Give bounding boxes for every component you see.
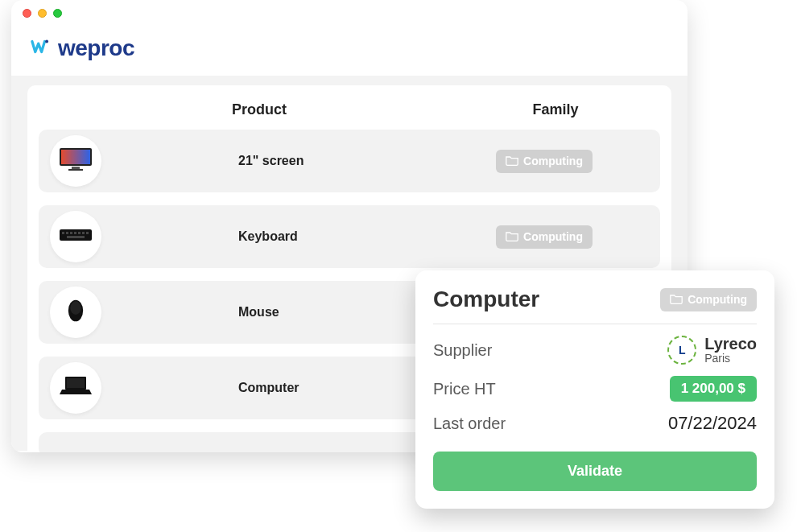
folder-icon: [506, 155, 518, 168]
detail-family-chip[interactable]: Computing: [660, 288, 757, 311]
price-value: 1 200,00 $: [670, 376, 757, 402]
app-brand: weproc: [11, 26, 688, 76]
detail-row-last-order: Last order 07/22/2024: [433, 413, 757, 434]
header-product: Product: [119, 101, 451, 118]
detail-row-price: Price HT 1 200,00 $: [433, 376, 757, 402]
product-thumb: [50, 287, 101, 338]
close-window-button[interactable]: [23, 9, 31, 18]
svg-rect-9: [74, 232, 76, 234]
label-last-order: Last order: [433, 414, 506, 433]
window-traffic-lights: [11, 0, 688, 26]
family-label: Computing: [523, 155, 583, 167]
product-thumb: [50, 135, 101, 187]
family-label: Computing: [523, 230, 583, 243]
product-name: Keyboard: [101, 229, 440, 244]
supplier-city: Paris: [704, 352, 757, 365]
product-name: 21" screen: [101, 154, 440, 168]
svg-rect-17: [67, 378, 85, 388]
mouse-icon: [59, 299, 93, 326]
supplier-block[interactable]: L Lyreco Paris: [667, 336, 757, 365]
svg-rect-12: [86, 232, 89, 234]
validate-button[interactable]: Validate: [433, 452, 757, 491]
folder-icon: [506, 230, 518, 244]
product-thumb: [50, 211, 101, 262]
detail-header: Computer Computing: [433, 287, 757, 324]
svg-rect-2: [61, 150, 90, 164]
svg-rect-4: [68, 169, 83, 171]
product-name: Mouse: [101, 305, 440, 320]
family-chip[interactable]: Computing: [496, 150, 593, 173]
last-order-value: 07/22/2024: [668, 413, 757, 434]
svg-rect-7: [66, 232, 68, 234]
svg-rect-8: [70, 232, 72, 234]
svg-point-0: [45, 40, 48, 43]
svg-rect-10: [78, 232, 81, 234]
table-header: Product Family: [39, 93, 660, 130]
folder-icon: [670, 293, 683, 307]
brand-name: weproc: [58, 35, 134, 61]
label-supplier: Supplier: [433, 341, 492, 360]
product-detail-card: Computer Computing Supplier L Lyreco Par…: [415, 270, 774, 509]
svg-rect-11: [82, 232, 85, 234]
svg-rect-5: [60, 229, 92, 241]
header-family: Family: [451, 101, 660, 118]
table-row[interactable]: 21" screen Computing: [39, 130, 660, 192]
family-chip[interactable]: Computing: [496, 225, 593, 249]
product-thumb: [50, 362, 101, 414]
detail-title: Computer: [433, 287, 539, 312]
product-name: Computer: [101, 381, 440, 395]
brand-logo-icon: [29, 36, 50, 60]
table-row[interactable]: Keyboard Computing: [39, 205, 660, 268]
svg-rect-13: [67, 236, 85, 238]
monitor-icon: [59, 147, 93, 175]
maximize-window-button[interactable]: [53, 9, 62, 18]
laptop-icon: [59, 374, 93, 402]
svg-point-15: [70, 301, 81, 315]
svg-rect-3: [72, 167, 80, 169]
supplier-logo-icon: L: [667, 336, 696, 365]
svg-rect-6: [62, 232, 64, 234]
label-price: Price HT: [433, 380, 496, 398]
minimize-window-button[interactable]: [38, 9, 47, 18]
supplier-name: Lyreco: [704, 336, 757, 352]
keyboard-icon: [59, 223, 93, 250]
detail-family-label: Computing: [688, 293, 747, 306]
detail-row-supplier: Supplier L Lyreco Paris: [433, 336, 757, 365]
